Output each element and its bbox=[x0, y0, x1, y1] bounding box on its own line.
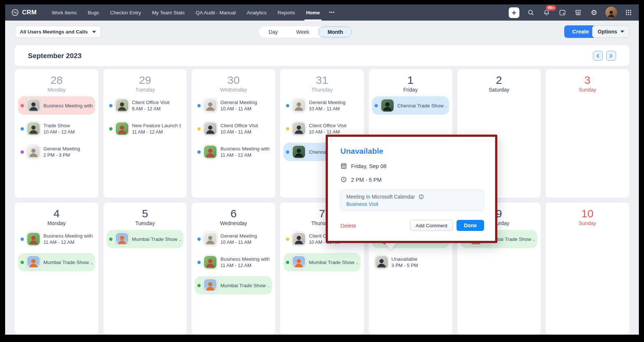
event-title: General Meeting bbox=[220, 99, 257, 106]
calendar-event[interactable]: Business Meeting with... bbox=[18, 96, 95, 115]
view-switcher: DayWeekMonth bbox=[258, 26, 353, 38]
event-time: 2 PM - 3 PM bbox=[43, 152, 80, 158]
day-header: 28Monday bbox=[18, 74, 95, 93]
calendar-event[interactable]: Unavailable3 PM - 5 PM bbox=[372, 253, 449, 271]
day-number: 31 bbox=[283, 74, 361, 86]
day-weekday: Tuesday bbox=[107, 86, 184, 93]
event-time: 11 AM - 12 AM bbox=[43, 239, 93, 245]
day-header: 4Monday bbox=[18, 207, 95, 227]
quick-create-button[interactable]: + bbox=[509, 7, 519, 18]
day-number: 10 bbox=[549, 207, 626, 220]
day-header: 5Tuesday bbox=[107, 207, 184, 227]
avatar bbox=[203, 255, 217, 269]
popup-date-row: Friday, Sep 08 bbox=[340, 163, 484, 169]
calendar-event[interactable]: Business Meeting with...11 AM - 12 AM bbox=[195, 143, 272, 161]
day-weekday: Wednesday bbox=[195, 220, 272, 227]
event-text: General Meeting10 AM - 11 AM bbox=[309, 99, 346, 112]
nav-item-work-items[interactable]: Work Items bbox=[46, 4, 82, 21]
settings-gear-icon[interactable]: ⚙ bbox=[590, 8, 598, 17]
add-comment-button[interactable]: Add Comment bbox=[410, 220, 453, 231]
view-tab-week[interactable]: Week bbox=[287, 26, 319, 38]
avatar bbox=[26, 99, 40, 113]
nav-overflow-menu[interactable]: ••• bbox=[325, 10, 339, 15]
event-text: Business Meeting with...11 AM - 12 AM bbox=[220, 256, 269, 268]
event-time: 11 AM - 12 AM bbox=[220, 262, 269, 268]
business-visit-link[interactable]: Business Visit bbox=[346, 201, 478, 207]
day-cell-10[interactable]: 10Sunday bbox=[545, 203, 629, 335]
calendar-event[interactable]: Business Meeting with...11 AM - 12 AM bbox=[195, 253, 272, 271]
avatar bbox=[203, 99, 217, 113]
event-title: Mumbai Trade Show ... bbox=[220, 282, 269, 289]
nav-item-my-team-stats[interactable]: My Team Stats bbox=[146, 4, 190, 21]
view-tab-day[interactable]: Day bbox=[260, 26, 287, 38]
popup-title: Unavailable bbox=[340, 147, 484, 156]
event-text: Mumbai Trade Show ... bbox=[220, 282, 269, 289]
calendar-event[interactable]: Mumbai Trade Show ... bbox=[107, 230, 184, 248]
user-avatar[interactable] bbox=[605, 7, 617, 18]
nav-item-bugs[interactable]: Bugs bbox=[82, 4, 105, 21]
popup-date: Friday, Sep 08 bbox=[351, 163, 386, 169]
info-icon[interactable] bbox=[418, 194, 424, 200]
calendar-event[interactable]: Client Office Visit9 AM - 12 AM bbox=[107, 96, 184, 115]
day-cell-6[interactable]: 6WednesdayGeneral Meeting10 AM - 11 AMBu… bbox=[192, 203, 275, 335]
calendar-event[interactable]: General Meeting10 AM - 11 AM bbox=[195, 96, 272, 115]
search-icon[interactable] bbox=[526, 8, 535, 17]
meeting-source-label: Meeting In Microsoft Calendar bbox=[346, 194, 415, 200]
day-number: 29 bbox=[107, 74, 184, 86]
options-label: Options bbox=[598, 29, 617, 35]
calendar-filter-dropdown[interactable]: All Users Meetings and Calls bbox=[15, 26, 101, 38]
chevron-down-icon bbox=[92, 31, 96, 33]
day-cell-28[interactable]: 28MondayBusiness Meeting with...Trade Sh… bbox=[15, 69, 99, 198]
event-time: 10 AM - 11 AM bbox=[309, 106, 346, 112]
calendar-icon bbox=[340, 163, 347, 169]
popup-time: 2 PM - 5 PM bbox=[351, 177, 382, 183]
day-cell-4[interactable]: 4MondayBusiness Meeting with...11 AM - 1… bbox=[15, 203, 99, 335]
filter-label: All Users Meetings and Calls bbox=[20, 29, 88, 35]
calendar-icon[interactable] bbox=[558, 8, 567, 17]
day-weekday: Wednesday bbox=[195, 86, 272, 93]
calendar-event[interactable]: Chennai Trade Show ... bbox=[372, 96, 449, 115]
event-title: Client Office Visit bbox=[309, 122, 346, 129]
calendar-event[interactable]: Business Meeting with...11 AM - 12 AM bbox=[18, 230, 95, 248]
nav-item-qa-audit-manual[interactable]: QA Audit - Manual bbox=[190, 4, 242, 21]
calendar-event[interactable]: Client Office Visit10 AM - 11 AM bbox=[195, 120, 272, 138]
app-grid-icon[interactable] bbox=[624, 8, 633, 17]
calendar-event[interactable]: Mumbai Trade Show ... bbox=[283, 253, 361, 271]
day-cell-3[interactable]: 3Sunday bbox=[545, 69, 629, 198]
calendar-event[interactable]: New Feature Launch Dis...11 AM - 12 AM bbox=[107, 120, 184, 138]
view-tab-month[interactable]: Month bbox=[318, 26, 352, 38]
calendar-event[interactable]: Mumbai Trade Show ... bbox=[195, 276, 272, 295]
calendar-event[interactable]: General Meeting10 AM - 11 AM bbox=[195, 230, 272, 248]
calendar-event[interactable]: Trade Show10 AM - 12 AM bbox=[18, 120, 95, 138]
day-number: 28 bbox=[18, 74, 95, 86]
blue-dot bbox=[286, 150, 289, 154]
day-cell-5[interactable]: 5TuesdayMumbai Trade Show ... bbox=[103, 203, 187, 335]
avatar bbox=[380, 99, 394, 113]
calendar-event[interactable]: Mumbai Trade Show ... bbox=[18, 253, 95, 271]
next-month-button[interactable] bbox=[606, 51, 616, 61]
marketplace-store-icon[interactable] bbox=[574, 8, 583, 17]
nav-item-analytics[interactable]: Analytics bbox=[241, 4, 272, 21]
meeting-source-box: Meeting In Microsoft Calendar Business V… bbox=[340, 190, 484, 211]
day-cell-29[interactable]: 29TuesdayClient Office Visit9 AM - 12 AM… bbox=[103, 69, 187, 198]
top-navbar: CRM Work ItemsBugsCheckin EntryMy Team S… bbox=[5, 4, 639, 21]
done-button[interactable]: Done bbox=[457, 220, 484, 231]
event-title: Unavailable bbox=[391, 256, 418, 262]
blue-dot bbox=[21, 238, 24, 241]
event-text: Business Meeting with...11 AM - 12 AM bbox=[220, 146, 269, 158]
red-dot bbox=[21, 104, 24, 107]
calendar-event[interactable]: General Meeting2 PM - 3 PM bbox=[18, 143, 95, 161]
calendar-event[interactable]: General Meeting10 AM - 11 AM bbox=[283, 96, 361, 115]
popup-footer: Delete Add Comment Done bbox=[340, 220, 484, 231]
day-cell-30[interactable]: 30WednesdayGeneral Meeting10 AM - 11 AMC… bbox=[192, 69, 275, 198]
nav-item-checkin-entry[interactable]: Checkin Entry bbox=[104, 4, 146, 21]
notifications-bell-icon[interactable]: 99+ bbox=[542, 8, 551, 17]
avatar bbox=[115, 99, 129, 113]
nav-item-reports[interactable]: Reports bbox=[272, 4, 300, 21]
day-number: 4 bbox=[18, 207, 95, 220]
previous-month-button[interactable] bbox=[593, 51, 603, 61]
options-button[interactable]: Options bbox=[592, 25, 630, 38]
delete-link[interactable]: Delete bbox=[340, 222, 356, 229]
event-title: Mumbai Trade Show ... bbox=[43, 259, 93, 266]
nav-item-home[interactable]: Home bbox=[301, 4, 326, 21]
